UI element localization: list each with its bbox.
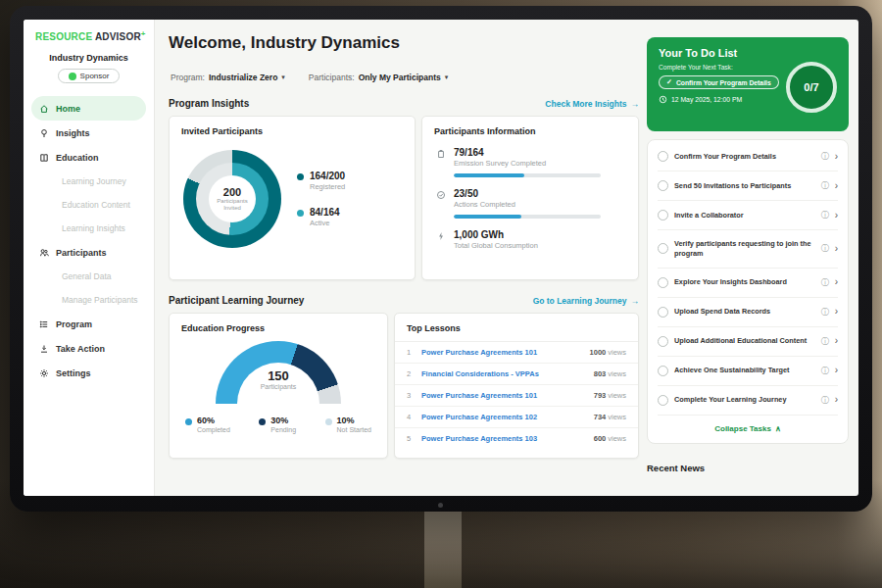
task-checkbox[interactable]: [658, 210, 668, 220]
sidebar-item-home[interactable]: Home: [31, 96, 146, 121]
lesson-views: 803: [594, 369, 607, 378]
sidebar-item-label: Home: [56, 104, 80, 114]
lesson-row[interactable]: 5 Power Purchase Agreements 103 600views: [395, 428, 638, 449]
lesson-link[interactable]: Financial Considerations - VPPAs: [421, 369, 586, 378]
sidebar-item-insights[interactable]: Insights: [31, 121, 146, 145]
sidebar-item-label: Program: [56, 319, 92, 329]
task-label: Send 50 Invitations to Participants: [674, 181, 815, 191]
not-started-pct: 10%: [337, 416, 371, 425]
task-row-complete-learning-journey[interactable]: Complete Your Learning Journey ⓘ ›: [658, 386, 838, 416]
sidebar-item-participants[interactable]: Participants: [31, 240, 146, 265]
collapse-tasks-button[interactable]: Collapse Tasks ∧: [658, 416, 838, 441]
chevron-right-icon[interactable]: ›: [835, 336, 838, 346]
gauge-center: 150 Participants: [216, 368, 341, 390]
chevron-right-icon[interactable]: ›: [835, 307, 838, 317]
task-row-upload-spend-data[interactable]: Upload Spend Data Records ⓘ ›: [658, 298, 838, 327]
global-consumption-value: 1,000 GWh: [454, 229, 538, 240]
check-more-insights-link[interactable]: Check More Insights →: [545, 99, 639, 109]
arrow-right-icon: →: [631, 296, 640, 306]
info-icon[interactable]: ⓘ: [821, 277, 829, 288]
info-icon[interactable]: ⓘ: [821, 366, 829, 376]
actions-completed-progress-bar: [454, 215, 601, 219]
actions-completed-value: 23/50: [454, 188, 601, 199]
stat-row-actions-completed: 23/50 Actions Completed: [422, 177, 638, 219]
next-task-chip[interactable]: ✓ Confirm Your Program Details: [659, 75, 779, 89]
pending-dot-icon: [259, 418, 266, 425]
task-checkbox[interactable]: [658, 395, 668, 406]
info-icon[interactable]: ⓘ: [821, 151, 829, 162]
task-checkbox[interactable]: [658, 243, 668, 254]
sidebar-item-manage-participants[interactable]: Manage Participants: [31, 288, 146, 312]
task-checkbox[interactable]: [658, 180, 668, 191]
sidebar-item-learning-insights[interactable]: Learning Insights: [31, 217, 146, 240]
lesson-row[interactable]: 1 Power Purchase Agreements 101 1000view…: [395, 342, 638, 364]
lesson-views: 734: [594, 413, 607, 421]
pending-pct: 30%: [270, 416, 296, 425]
task-row-send-invitations[interactable]: Send 50 Invitations to Participants ⓘ ›: [658, 172, 838, 201]
participants-filter-dropdown[interactable]: Participants: Only My Participants ▾: [309, 73, 448, 82]
task-checkbox[interactable]: [658, 307, 668, 318]
info-icon[interactable]: ⓘ: [821, 395, 829, 406]
active-value: 84/164: [310, 207, 340, 218]
program-filter-dropdown[interactable]: Program: Industrialize Zero ▾: [171, 73, 285, 82]
chevron-right-icon[interactable]: ›: [835, 277, 838, 287]
task-row-achieve-target[interactable]: Achieve One Sustainability Target ⓘ ›: [658, 357, 838, 386]
chevron-right-icon[interactable]: ›: [835, 395, 838, 405]
task-label: Complete Your Learning Journey: [674, 395, 815, 405]
gauge-legend: 60% Completed 30% Pending 10% Not Star: [170, 404, 387, 433]
task-checkbox[interactable]: [658, 277, 668, 288]
logo-text-secondary: ADVISOR: [95, 31, 141, 42]
lesson-link[interactable]: Power Purchase Agreements 101: [421, 391, 586, 400]
lesson-link[interactable]: Power Purchase Agreements 102: [421, 413, 586, 421]
task-label: Explore Your Insights Dashboard: [674, 277, 815, 287]
info-icon[interactable]: ⓘ: [821, 307, 829, 318]
info-icon[interactable]: ⓘ: [821, 243, 829, 254]
chevron-right-icon[interactable]: ›: [835, 152, 838, 162]
lesson-rank: 3: [407, 391, 414, 400]
sidebar-item-education-content[interactable]: Education Content: [31, 193, 146, 217]
sidebar-item-education[interactable]: Education: [31, 145, 146, 170]
registered-label: Registered: [310, 182, 345, 191]
sidebar-item-program[interactable]: Program: [31, 312, 146, 336]
task-checkbox[interactable]: [658, 336, 668, 347]
chevron-right-icon[interactable]: ›: [835, 211, 838, 220]
task-row-confirm-program[interactable]: Confirm Your Program Details ⓘ ›: [658, 142, 838, 172]
task-checkbox[interactable]: [658, 366, 668, 376]
info-icon[interactable]: ⓘ: [821, 210, 829, 220]
info-icon[interactable]: ⓘ: [821, 336, 829, 347]
lesson-row[interactable]: 4 Power Purchase Agreements 102 734views: [395, 407, 638, 428]
sidebar-item-label: Learning Insights: [62, 223, 125, 233]
task-label: Confirm Your Program Details: [674, 152, 815, 162]
sidebar-item-take-action[interactable]: Take Action: [31, 336, 146, 361]
go-to-learning-journey-link[interactable]: Go to Learning Journey →: [533, 296, 639, 306]
lesson-row[interactable]: 2 Financial Considerations - VPPAs 803vi…: [395, 364, 638, 385]
home-icon: [39, 104, 49, 114]
task-row-explore-insights[interactable]: Explore Your Insights Dashboard ⓘ ›: [658, 269, 838, 298]
lesson-views: 600: [594, 434, 607, 443]
task-checkbox[interactable]: [658, 151, 668, 162]
lesson-link[interactable]: Power Purchase Agreements 103: [421, 434, 586, 443]
completed-pct: 60%: [197, 416, 230, 425]
todo-list-title: Your To Do List: [659, 47, 837, 59]
org-name: Industry Dynamics: [24, 53, 154, 63]
go-to-learning-journey-label: Go to Learning Journey: [533, 296, 627, 306]
invited-participants-body: 200 Participants Invited 164/200 Registe…: [170, 136, 415, 248]
task-row-verify-participants[interactable]: Verify participants requesting to join t…: [658, 230, 838, 269]
sponsor-badge[interactable]: Sponsor: [58, 69, 121, 83]
sidebar-item-general-data[interactable]: General Data: [31, 265, 146, 288]
lesson-link[interactable]: Power Purchase Agreements 101: [421, 348, 582, 357]
chevron-right-icon[interactable]: ›: [835, 181, 838, 191]
sidebar-item-learning-journey[interactable]: Learning Journey: [31, 170, 146, 193]
lesson-row[interactable]: 3 Power Purchase Agreements 101 793views: [395, 385, 638, 407]
check-circle-icon: [436, 188, 446, 219]
task-row-upload-educational-content[interactable]: Upload Additional Educational Content ⓘ …: [658, 327, 838, 357]
sidebar-item-label: Manage Participants: [62, 295, 138, 305]
registered-dot-icon: [297, 173, 304, 180]
task-row-invite-collaborator[interactable]: Invite a Collaborator ⓘ ›: [658, 201, 838, 230]
chevron-right-icon[interactable]: ›: [835, 366, 838, 375]
completed-dot-icon: [185, 418, 192, 425]
info-icon[interactable]: ⓘ: [821, 180, 829, 191]
sidebar-item-settings[interactable]: Settings: [31, 361, 146, 385]
chevron-down-icon: ▾: [445, 74, 449, 81]
chevron-right-icon[interactable]: ›: [835, 244, 838, 254]
